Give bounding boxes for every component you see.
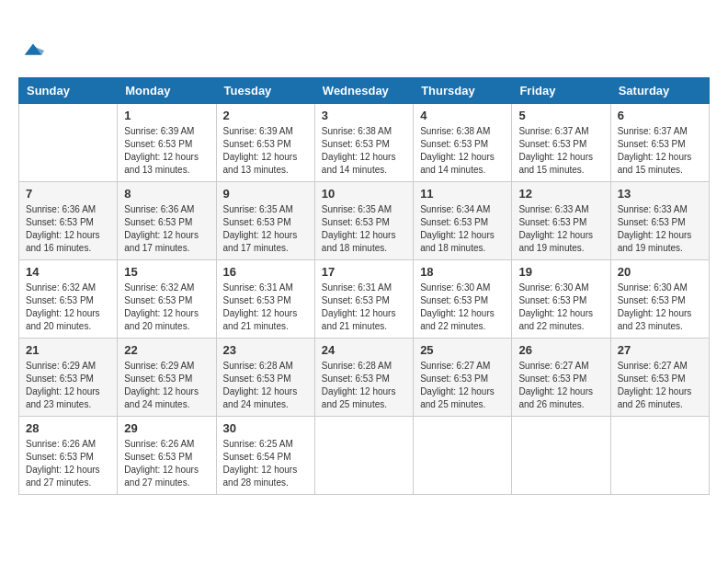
calendar-day-cell: 18Sunrise: 6:30 AM Sunset: 6:53 PM Dayli… <box>414 260 512 339</box>
day-info: Sunrise: 6:28 AM Sunset: 6:53 PM Dayligh… <box>322 360 406 411</box>
calendar-day-cell: 11Sunrise: 6:34 AM Sunset: 6:53 PM Dayli… <box>414 182 512 260</box>
day-number: 15 <box>124 265 209 279</box>
day-info: Sunrise: 6:39 AM Sunset: 6:53 PM Dayligh… <box>124 125 209 177</box>
logo-text <box>18 18 46 68</box>
calendar-week-row: 1Sunrise: 6:39 AM Sunset: 6:53 PM Daylig… <box>19 104 710 182</box>
day-info: Sunrise: 6:31 AM Sunset: 6:53 PM Dayligh… <box>322 282 406 333</box>
calendar-day-cell: 2Sunrise: 6:39 AM Sunset: 6:53 PM Daylig… <box>216 104 314 182</box>
calendar-table: SundayMondayTuesdayWednesdayThursdayFrid… <box>18 77 710 495</box>
day-number: 6 <box>618 109 702 122</box>
calendar-day-cell: 9Sunrise: 6:35 AM Sunset: 6:53 PM Daylig… <box>216 182 314 260</box>
calendar-day-cell: 24Sunrise: 6:28 AM Sunset: 6:53 PM Dayli… <box>314 339 413 417</box>
day-number: 19 <box>518 265 603 279</box>
calendar-day-cell <box>19 104 118 182</box>
day-number: 14 <box>26 265 110 279</box>
calendar-day-cell: 4Sunrise: 6:38 AM Sunset: 6:53 PM Daylig… <box>414 104 512 182</box>
calendar-day-cell: 8Sunrise: 6:36 AM Sunset: 6:53 PM Daylig… <box>118 182 216 260</box>
calendar-day-cell: 12Sunrise: 6:33 AM Sunset: 6:53 PM Dayli… <box>512 182 610 260</box>
day-info: Sunrise: 6:34 AM Sunset: 6:53 PM Dayligh… <box>420 203 505 255</box>
day-number: 24 <box>322 343 406 357</box>
day-number: 13 <box>618 187 702 201</box>
weekday-header-cell: Thursday <box>414 78 512 104</box>
day-number: 28 <box>26 421 110 435</box>
day-info: Sunrise: 6:32 AM Sunset: 6:53 PM Dayligh… <box>124 282 209 333</box>
day-info: Sunrise: 6:39 AM Sunset: 6:53 PM Dayligh… <box>223 125 308 177</box>
weekday-header-cell: Tuesday <box>216 78 314 104</box>
calendar-day-cell: 30Sunrise: 6:25 AM Sunset: 6:54 PM Dayli… <box>216 417 314 495</box>
calendar-day-cell: 27Sunrise: 6:27 AM Sunset: 6:53 PM Dayli… <box>610 339 709 417</box>
calendar-day-cell: 19Sunrise: 6:30 AM Sunset: 6:53 PM Dayli… <box>512 260 610 339</box>
weekday-header-cell: Friday <box>512 78 610 104</box>
day-info: Sunrise: 6:28 AM Sunset: 6:53 PM Dayligh… <box>223 360 308 411</box>
day-number: 26 <box>518 343 603 357</box>
day-info: Sunrise: 6:36 AM Sunset: 6:53 PM Dayligh… <box>124 203 209 255</box>
day-info: Sunrise: 6:30 AM Sunset: 6:53 PM Dayligh… <box>618 282 702 333</box>
calendar-day-cell: 16Sunrise: 6:31 AM Sunset: 6:53 PM Dayli… <box>216 260 314 339</box>
day-number: 17 <box>322 265 406 279</box>
calendar-day-cell: 1Sunrise: 6:39 AM Sunset: 6:53 PM Daylig… <box>118 104 216 182</box>
calendar-week-row: 28Sunrise: 6:26 AM Sunset: 6:53 PM Dayli… <box>19 417 710 495</box>
day-number: 23 <box>223 343 308 357</box>
day-info: Sunrise: 6:27 AM Sunset: 6:53 PM Dayligh… <box>420 360 505 411</box>
day-info: Sunrise: 6:30 AM Sunset: 6:53 PM Dayligh… <box>518 282 603 333</box>
calendar-day-cell: 17Sunrise: 6:31 AM Sunset: 6:53 PM Dayli… <box>314 260 413 339</box>
calendar-day-cell: 13Sunrise: 6:33 AM Sunset: 6:53 PM Dayli… <box>610 182 709 260</box>
day-info: Sunrise: 6:26 AM Sunset: 6:53 PM Dayligh… <box>124 438 209 489</box>
logo <box>18 18 46 68</box>
day-number: 29 <box>124 421 209 435</box>
calendar-day-cell: 23Sunrise: 6:28 AM Sunset: 6:53 PM Dayli… <box>216 339 314 417</box>
calendar-day-cell: 7Sunrise: 6:36 AM Sunset: 6:53 PM Daylig… <box>19 182 118 260</box>
calendar-day-cell: 29Sunrise: 6:26 AM Sunset: 6:53 PM Dayli… <box>118 417 216 495</box>
day-number: 9 <box>223 187 308 201</box>
weekday-header-cell: Sunday <box>19 78 118 104</box>
day-info: Sunrise: 6:33 AM Sunset: 6:53 PM Dayligh… <box>618 203 702 255</box>
day-number: 3 <box>322 109 406 122</box>
day-number: 11 <box>420 187 505 201</box>
page-header <box>18 18 710 68</box>
calendar-day-cell: 10Sunrise: 6:35 AM Sunset: 6:53 PM Dayli… <box>314 182 413 260</box>
day-number: 27 <box>618 343 702 357</box>
calendar-day-cell: 6Sunrise: 6:37 AM Sunset: 6:53 PM Daylig… <box>610 104 709 182</box>
day-info: Sunrise: 6:38 AM Sunset: 6:53 PM Dayligh… <box>420 125 505 177</box>
calendar-day-cell: 20Sunrise: 6:30 AM Sunset: 6:53 PM Dayli… <box>610 260 709 339</box>
calendar-week-row: 21Sunrise: 6:29 AM Sunset: 6:53 PM Dayli… <box>19 339 710 417</box>
day-number: 1 <box>124 109 209 122</box>
day-info: Sunrise: 6:31 AM Sunset: 6:53 PM Dayligh… <box>223 282 308 333</box>
calendar-day-cell: 14Sunrise: 6:32 AM Sunset: 6:53 PM Dayli… <box>19 260 118 339</box>
day-number: 25 <box>420 343 505 357</box>
weekday-header-cell: Saturday <box>610 78 709 104</box>
calendar-day-cell <box>314 417 413 495</box>
day-number: 10 <box>322 187 406 201</box>
calendar-day-cell: 21Sunrise: 6:29 AM Sunset: 6:53 PM Dayli… <box>19 339 118 417</box>
day-number: 7 <box>26 187 110 201</box>
day-info: Sunrise: 6:35 AM Sunset: 6:53 PM Dayligh… <box>322 203 406 255</box>
day-info: Sunrise: 6:29 AM Sunset: 6:53 PM Dayligh… <box>124 360 209 411</box>
day-info: Sunrise: 6:35 AM Sunset: 6:53 PM Dayligh… <box>223 203 308 255</box>
calendar-week-row: 7Sunrise: 6:36 AM Sunset: 6:53 PM Daylig… <box>19 182 710 260</box>
calendar-day-cell: 3Sunrise: 6:38 AM Sunset: 6:53 PM Daylig… <box>314 104 413 182</box>
weekday-header-cell: Wednesday <box>314 78 413 104</box>
day-number: 18 <box>420 265 505 279</box>
day-info: Sunrise: 6:27 AM Sunset: 6:53 PM Dayligh… <box>518 360 603 411</box>
day-info: Sunrise: 6:37 AM Sunset: 6:53 PM Dayligh… <box>618 125 702 177</box>
calendar-day-cell: 22Sunrise: 6:29 AM Sunset: 6:53 PM Dayli… <box>118 339 216 417</box>
day-number: 30 <box>223 421 308 435</box>
day-info: Sunrise: 6:26 AM Sunset: 6:53 PM Dayligh… <box>26 438 110 489</box>
calendar-day-cell: 25Sunrise: 6:27 AM Sunset: 6:53 PM Dayli… <box>414 339 512 417</box>
day-number: 5 <box>518 109 603 122</box>
day-info: Sunrise: 6:29 AM Sunset: 6:53 PM Dayligh… <box>26 360 110 411</box>
day-info: Sunrise: 6:25 AM Sunset: 6:54 PM Dayligh… <box>223 438 308 489</box>
calendar-day-cell <box>414 417 512 495</box>
day-info: Sunrise: 6:38 AM Sunset: 6:53 PM Dayligh… <box>322 125 406 177</box>
day-number: 2 <box>223 109 308 122</box>
day-info: Sunrise: 6:33 AM Sunset: 6:53 PM Dayligh… <box>518 203 603 255</box>
day-info: Sunrise: 6:37 AM Sunset: 6:53 PM Dayligh… <box>518 125 603 177</box>
day-number: 12 <box>518 187 603 201</box>
calendar-day-cell: 28Sunrise: 6:26 AM Sunset: 6:53 PM Dayli… <box>19 417 118 495</box>
day-number: 16 <box>223 265 308 279</box>
logo-icon <box>20 38 46 63</box>
calendar-body: 1Sunrise: 6:39 AM Sunset: 6:53 PM Daylig… <box>19 104 710 495</box>
calendar-day-cell: 26Sunrise: 6:27 AM Sunset: 6:53 PM Dayli… <box>512 339 610 417</box>
calendar-day-cell <box>610 417 709 495</box>
calendar-day-cell <box>512 417 610 495</box>
